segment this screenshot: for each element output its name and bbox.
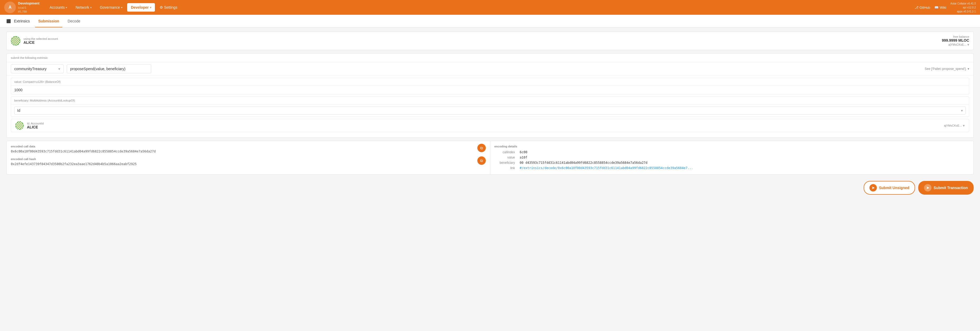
id-avatar (15, 121, 24, 130)
github-label: GitHub (920, 6, 930, 10)
see-docs-link[interactable]: See ['Pallet::propose_spend']. ▾ (924, 67, 969, 71)
method-value: proposeSpend(value, beneficiary) (70, 67, 148, 71)
call-data-value: 0x6c00a10f00d43593c715fdd31c61141abd04a9… (11, 150, 475, 153)
account-row: using the selected account ALICE free ba… (6, 32, 974, 50)
beneficiary-type-select[interactable]: Id ▾ (14, 107, 966, 115)
see-docs-label: See ['Pallet::propose_spend']. (924, 67, 967, 71)
account-info: using the selected account ALICE (24, 37, 58, 45)
encoding-value-val: a10f (518, 155, 969, 160)
call-data-label: encoded call data (11, 145, 475, 148)
encoded-section: encoded call data 0x6c00a10f00d43593c715… (6, 141, 974, 175)
account-balance: free balance 999.9999 MLOC ajYMsCKsE... … (942, 35, 969, 47)
beneficiary-type-arrow: ▾ (961, 108, 963, 113)
github-icon: ⎇ (915, 6, 918, 10)
nav-accounts-label: Accounts (49, 5, 65, 10)
copy-hash-icon: ⧉ (480, 159, 483, 163)
main-content: using the selected account ALICE free ba… (0, 27, 980, 331)
encoding-row-beneficiary: beneficiary 00 d43593c715fdd31c61141abd0… (495, 160, 969, 166)
pallet-arrow: ▾ (58, 67, 60, 71)
account-dropdown-arrow[interactable]: ▾ (967, 43, 969, 47)
encoding-link[interactable]: #/extrinsics/decode/0x6c00a10f00d43593c7… (520, 166, 693, 170)
encoding-link-label: link (495, 166, 518, 171)
copy-icon: ⧉ (480, 146, 483, 150)
account-avatar (11, 36, 20, 46)
section-label: Extrinsics (14, 19, 30, 23)
balance-label: free balance (953, 35, 969, 38)
account-name: ALICE (24, 40, 58, 45)
encoding-row-callindex: callindex 6c00 (495, 150, 969, 155)
encoding-beneficiary-value: 00 d43593c715fdd31c61141abd04a99fd6822c8… (518, 160, 969, 166)
nav-settings-label: ⚙ Settings (160, 5, 177, 10)
tab-submission[interactable]: Submission (35, 15, 62, 27)
nav-right: ⎇ GitHub 📖 Wiki Astar Collator v6.41.0 a… (915, 2, 976, 13)
account-label: using the selected account (24, 37, 58, 40)
encoding-row-value: value a10f (495, 155, 969, 160)
nav-developer-arrow: ▾ (150, 6, 151, 9)
nav-network-label: Network (75, 5, 89, 10)
callindex-value: 6c00 (518, 150, 969, 155)
id-name: ALICE (27, 125, 941, 129)
method-select[interactable]: proposeSpend(value, beneficiary) (67, 64, 151, 73)
tab-decode[interactable]: Decode (64, 15, 83, 27)
extrinsic-card: submit the following extrinsic community… (6, 53, 974, 138)
top-navigation: A Development local/1 #5,788 Accounts ▾ … (0, 0, 980, 15)
brand-name: Development (18, 1, 40, 6)
submit-transaction-button[interactable]: ➤ Submit Transaction (918, 181, 974, 195)
id-address-row: ajYMsCKsE... ▾ (944, 123, 965, 128)
id-label: Id: AccountId (27, 122, 941, 125)
nav-governance-label: Governance (100, 5, 120, 10)
wiki-link[interactable]: 📖 Wiki (934, 6, 946, 10)
submit-unsigned-label: Submit Unsigned (879, 186, 909, 190)
nav-items: Accounts ▾ Network ▾ Governance ▾ Develo… (46, 3, 915, 12)
brand-sub: local/1 (18, 6, 40, 10)
docs-arrow: ▾ (967, 67, 969, 71)
nav-item-accounts[interactable]: Accounts ▾ (46, 3, 71, 12)
param-value-input[interactable]: 1000 (11, 86, 969, 94)
nav-item-network[interactable]: Network ▾ (72, 3, 95, 12)
app-version: Astar Collator v6.41.0 api v12.0.2 apps … (950, 2, 976, 13)
submit-transaction-icon: ➤ (924, 184, 931, 191)
copy-call-data-button[interactable]: ⧉ (477, 144, 486, 152)
balance-value: 999.9999 MLOC (942, 38, 969, 43)
balance-address: ajYMsCKsE... (948, 43, 966, 46)
callindex-label: callindex (495, 150, 518, 155)
pallet-select[interactable]: communityTreasury ▾ (11, 64, 64, 73)
extrinsics-icon: ⬛ (6, 19, 11, 23)
encoded-left: encoded call data 0x6c00a10f00d43593c715… (6, 141, 490, 174)
encoding-table: callindex 6c00 value a10f beneficiary 00… (495, 150, 969, 171)
nav-network-arrow: ▾ (90, 6, 92, 9)
wiki-icon: 📖 (934, 6, 939, 10)
param-beneficiary-section: beneficiary: MultiAddress (AccountIdLook… (11, 97, 969, 117)
brand-block: #5,788 (18, 10, 40, 14)
param-value-label: value: Compact<u128> (BalanceOf) (11, 78, 969, 86)
beneficiary-type-value: Id (17, 108, 20, 113)
account-id-row: Id: AccountId ALICE ajYMsCKsE... ▾ (11, 119, 969, 132)
nav-accounts-arrow: ▾ (66, 6, 67, 9)
id-info: Id: AccountId ALICE (27, 122, 941, 129)
submit-unsigned-icon: ➤ (869, 184, 877, 191)
copy-call-hash-button[interactable]: ⧉ (477, 156, 486, 165)
call-hash-block: encoded call hash 0x2df4efe143739f84347d… (11, 158, 486, 166)
id-dropdown-arrow[interactable]: ▾ (963, 123, 965, 128)
extrinsic-selects: communityTreasury ▾ proposeSpend(value, … (6, 62, 974, 76)
tabs-bar: ⬛ Extrinsics Submission Decode (0, 15, 980, 27)
beneficiary-select-row: Id ▾ (11, 105, 969, 116)
nav-governance-arrow: ▾ (121, 6, 123, 9)
param-beneficiary-label: beneficiary: MultiAddress (AccountIdLook… (11, 97, 969, 105)
footer-buttons: ➤ Submit Unsigned ➤ Submit Transaction (6, 178, 974, 198)
github-link[interactable]: ⎇ GitHub (915, 6, 930, 10)
id-address: ajYMsCKsE... (944, 124, 962, 127)
call-data-block: encoded call data 0x6c00a10f00d43593c715… (11, 145, 486, 153)
call-hash-value: 0x2df4efe143739f84347d3580b2fa232ea3aae1… (11, 162, 475, 166)
nav-item-settings[interactable]: ⚙ Settings (156, 3, 181, 12)
submit-unsigned-button[interactable]: ➤ Submit Unsigned (864, 181, 915, 195)
encoding-row-link: link #/extrinsics/decode/0x6c00a10f00d43… (495, 166, 969, 171)
pallet-value: communityTreasury (14, 67, 56, 71)
nav-developer-label: Developer (131, 5, 149, 10)
encoding-details-label: encoding details (495, 145, 969, 148)
wiki-label: Wiki (940, 6, 946, 10)
param-value-section: value: Compact<u128> (BalanceOf) 1000 (11, 78, 969, 94)
encoding-value-label: value (495, 155, 518, 160)
nav-item-developer[interactable]: Developer ▾ (127, 3, 155, 12)
nav-item-governance[interactable]: Governance ▾ (96, 3, 126, 12)
